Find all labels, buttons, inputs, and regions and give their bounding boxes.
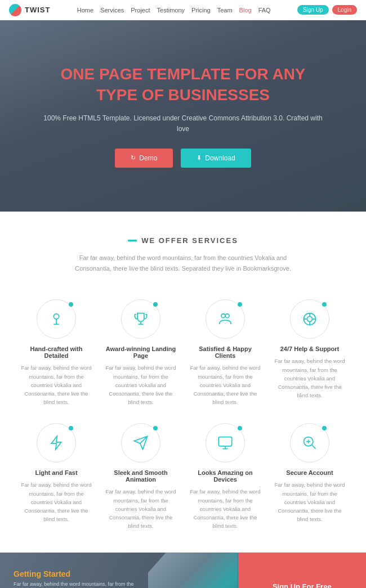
services-grid-row2: Light and Fast Far far away, behind the … [11,418,355,536]
monitor-icon [217,435,233,451]
hero-title-line1: ONE PAGE TEMPLATE FOR ANY [60,65,305,83]
svg-point-8 [307,317,312,322]
download-icon: ⬇ [197,154,202,161]
svg-point-0 [53,314,59,319]
service-item-0: Hand-crafted with Detailed Far far away,… [17,294,96,412]
hero-buttons: ↻ Demo ⬇ Download [42,149,324,168]
hero-section: ONE PAGE TEMPLATE FOR ANY TYPE OF BUSINE… [0,20,366,212]
signup-free-button[interactable]: Sign Up For Free [273,582,332,588]
service-title-0: Hand-crafted with Detailed [20,345,92,359]
nav-pricing[interactable]: Pricing [191,7,211,14]
service-dot-0 [69,302,73,307]
search-secure-icon [302,435,318,451]
section-title: WE OFFER SERVICES [11,236,355,245]
hero-title-line2: TYPE OF BUSINESSES [96,86,270,104]
service-desc-6: Far far away, behind the word mountains,… [189,487,261,530]
login-button[interactable]: Login [332,5,357,15]
service-title-5: Sleek and Smooth Animation [105,469,177,483]
service-icon-wrap-5 [121,423,160,463]
service-item-5: Sleek and Smooth Animation Far far away,… [101,418,180,536]
service-title-3: 24/7 Help & Support [274,345,346,352]
svg-point-5 [221,314,225,318]
service-title-7: Secure Account [274,469,346,476]
brand: TWIST [9,4,50,16]
service-dot-5 [153,426,158,430]
demo-icon: ↻ [131,154,136,161]
service-icon-wrap-7 [290,423,329,463]
service-item-2: Satisfied & Happy Clients Far far away, … [186,294,265,412]
brand-name: TWIST [25,6,50,14]
service-item-7: Secure Account Far far away, behind the … [270,418,349,536]
nav-project[interactable]: Project [131,7,150,14]
service-icon-wrap-0 [37,299,76,339]
service-title-1: Award-winning Landing Page [105,345,177,359]
service-icon-wrap-1 [121,299,160,339]
support-icon [302,311,318,327]
svg-point-6 [225,314,229,318]
bottom-right: Sign Up For Free [238,553,367,588]
handcraft-icon [48,311,64,327]
service-desc-1: Far far away, behind the word mountains,… [105,363,177,406]
trophy-icon [133,311,149,327]
service-title-6: Looks Amazing on Devices [189,469,261,483]
service-dot-2 [238,302,242,307]
service-item-1: Award-winning Landing Page Far far away,… [101,294,180,412]
bottom-section: Getting Started Far far away, behind the… [0,553,366,588]
service-dot-4 [69,426,73,430]
service-desc-0: Far far away, behind the word mountains,… [20,363,92,406]
nav-links: Home Services Project Testimony Pricing … [77,7,271,14]
navbar-actions: Sign Up Login [297,5,357,15]
lightning-icon [48,435,64,451]
demo-button[interactable]: ↻ Demo [115,149,173,168]
download-button[interactable]: ⬇ Download [181,149,251,168]
clients-icon [217,311,233,327]
hero-content: ONE PAGE TEMPLATE FOR ANY TYPE OF BUSINE… [42,64,324,167]
section-subtitle: Far far away, behind the word mountains,… [70,253,296,273]
bottom-left-text: Getting Started Far far away, behind the… [14,569,225,588]
bottom-left: Getting Started Far far away, behind the… [0,553,238,588]
nav-team[interactable]: Team [217,7,233,14]
brand-logo [9,4,21,16]
service-title-4: Light and Fast [20,469,92,476]
nav-services[interactable]: Services [100,7,124,14]
services-section: WE OFFER SERVICES Far far away, behind t… [0,212,366,553]
service-item-6: Looks Amazing on Devices Far far away, b… [186,418,265,536]
nav-home[interactable]: Home [77,7,93,14]
service-dot-6 [238,426,242,430]
nav-testimony[interactable]: Testimony [157,7,185,14]
service-icon-wrap-3 [290,299,329,339]
service-icon-wrap-6 [206,423,245,463]
service-title-2: Satisfied & Happy Clients [189,345,261,359]
svg-line-18 [312,445,316,449]
service-desc-3: Far far away, behind the word mountains,… [274,357,346,400]
navbar: TWIST Home Services Project Testimony Pr… [0,0,366,20]
bottom-subtitle: Far far away, behind the word mountains,… [14,581,149,588]
signup-button[interactable]: Sign Up [297,5,329,15]
service-desc-4: Far far away, behind the word mountains,… [20,481,92,523]
bottom-title: Getting Started [14,569,225,578]
hero-subtitle: 100% Free HTML5 Template. Licensed under… [42,113,324,134]
service-desc-2: Far far away, behind the word mountains,… [189,363,261,406]
service-desc-7: Far far away, behind the word mountains,… [274,481,346,523]
service-desc-5: Far far away, behind the word mountains,… [105,487,177,530]
nav-blog[interactable]: Blog [239,7,252,14]
services-grid-row1: Hand-crafted with Detailed Far far away,… [11,294,355,412]
svg-rect-14 [218,437,231,446]
service-dot-1 [153,302,158,307]
service-dot-3 [322,302,327,307]
nav-faq[interactable]: FAQ [258,7,271,14]
hero-title: ONE PAGE TEMPLATE FOR ANY TYPE OF BUSINE… [42,64,324,105]
service-icon-wrap-2 [206,299,245,339]
service-item-4: Light and Fast Far far away, behind the … [17,418,96,536]
service-icon-wrap-4 [37,423,76,463]
service-item-3: 24/7 Help & Support Far far away, behind… [270,294,349,412]
send-icon [133,435,149,451]
service-dot-7 [322,426,327,430]
